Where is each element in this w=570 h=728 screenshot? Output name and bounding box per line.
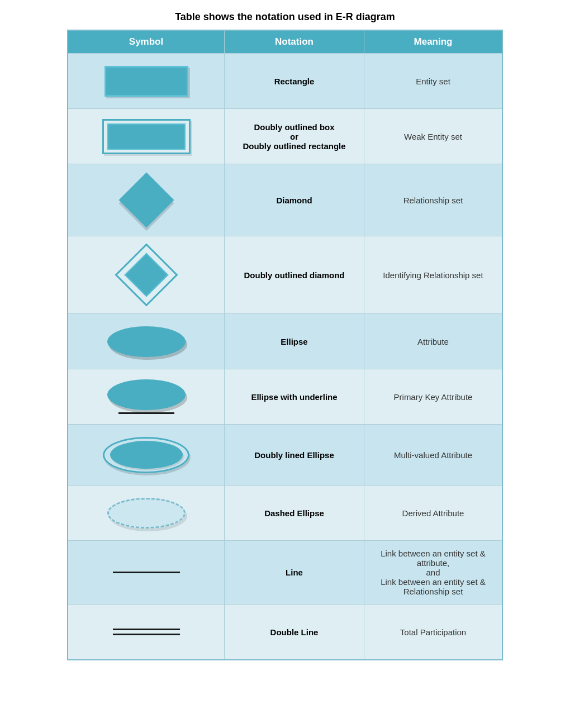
meaning-cell: Entity set — [364, 54, 502, 108]
symbol-cell — [68, 236, 225, 313]
notation-cell: Dashed Ellipse — [225, 486, 364, 540]
dashed-ellipse-icon — [107, 498, 186, 529]
symbol-cell — [68, 164, 225, 236]
double-diamond-icon — [116, 244, 177, 306]
meaning-cell: Primary Key Attribute — [364, 369, 502, 424]
symbol-ellipse — [74, 322, 218, 361]
table-row: Double LineTotal Participation — [68, 604, 502, 659]
meaning-cell: Relationship set — [364, 164, 502, 236]
symbol-cell — [68, 109, 225, 164]
symbol-diamond — [74, 172, 218, 228]
ellipse-underline-icon — [107, 379, 186, 414]
table-row: Dashed EllipseDerived Attribute — [68, 485, 502, 540]
table-header: Symbol Notation Meaning — [68, 31, 502, 53]
notation-cell: Ellipse — [225, 314, 364, 369]
symbol-ellipse-underline — [74, 377, 218, 416]
symbol-cell — [68, 369, 225, 424]
meaning-cell: Attribute — [364, 314, 502, 369]
ellipse-icon — [107, 326, 186, 357]
header-meaning: Meaning — [364, 31, 502, 53]
meaning-cell: Weak Entity set — [364, 109, 502, 164]
meaning-cell: Total Participation — [364, 605, 502, 659]
symbol-double-rectangle — [74, 117, 218, 156]
table-row: Doubly lined EllipseMulti-valued Attribu… — [68, 424, 502, 485]
notation-cell: Doubly lined Ellipse — [225, 425, 364, 485]
table-row: Doubly outlined diamondIdentifying Relat… — [68, 236, 502, 313]
page-title: Table shows the notation used in E-R dia… — [175, 11, 395, 23]
symbol-double-diamond — [74, 244, 218, 306]
table-row: LineLink between an entity set & attribu… — [68, 540, 502, 604]
table-row: DiamondRelationship set — [68, 164, 502, 236]
notation-cell: Doubly outlined box or Doubly outlined r… — [225, 109, 364, 164]
notation-cell: Double Line — [225, 605, 364, 659]
header-symbol: Symbol — [68, 31, 225, 53]
symbol-double-line — [74, 612, 218, 651]
header-notation: Notation — [225, 31, 364, 53]
notation-cell: Doubly outlined diamond — [225, 236, 364, 313]
double-ellipse-icon — [102, 432, 191, 477]
symbol-cell — [68, 486, 225, 540]
symbol-line — [74, 549, 218, 596]
table-body: RectangleEntity setDoubly outlined box o… — [68, 53, 502, 659]
double-line-icon — [113, 629, 180, 635]
symbol-rectangle — [74, 61, 218, 101]
table-row: Doubly outlined box or Doubly outlined r… — [68, 108, 502, 164]
symbol-cell — [68, 541, 225, 604]
notation-cell: Rectangle — [225, 54, 364, 108]
notation-cell: Line — [225, 541, 364, 604]
rectangle-icon — [104, 66, 188, 97]
notation-cell: Diamond — [225, 164, 364, 236]
symbol-cell — [68, 54, 225, 108]
double-rectangle-icon — [102, 119, 191, 154]
meaning-cell: Identifying Relationship set — [364, 236, 502, 313]
line-icon — [113, 572, 180, 573]
symbol-cell — [68, 425, 225, 485]
table-row: EllipseAttribute — [68, 313, 502, 369]
symbol-dashed-ellipse — [74, 493, 218, 532]
double-rectangle-inner — [107, 123, 186, 150]
meaning-cell: Derived Attribute — [364, 486, 502, 540]
diamond-icon — [118, 172, 174, 228]
symbol-cell — [68, 314, 225, 369]
table-row: Ellipse with underlinePrimary Key Attrib… — [68, 369, 502, 424]
symbol-double-ellipse — [74, 432, 218, 477]
meaning-cell: Multi-valued Attribute — [364, 425, 502, 485]
meaning-cell: Link between an entity set & attribute, … — [364, 541, 502, 604]
table-row: RectangleEntity set — [68, 53, 502, 108]
symbol-cell — [68, 605, 225, 659]
er-notation-table: Symbol Notation Meaning RectangleEntity … — [67, 30, 503, 660]
notation-cell: Ellipse with underline — [225, 369, 364, 424]
